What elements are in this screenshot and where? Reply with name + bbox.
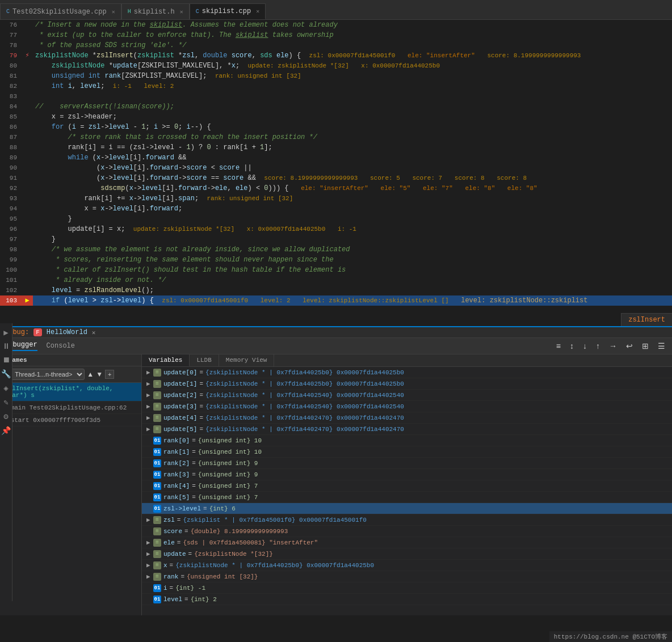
thread-up[interactable]: ▲	[87, 370, 94, 378]
frames-header: Frames	[0, 354, 141, 366]
btn-step-in[interactable]: ↓	[581, 340, 589, 352]
code-line-90: 90 (x->level[i].forward->score < score |…	[0, 163, 672, 173]
frame-name-zsslInsert: zslInsert(zskiplist*, double, char*) s	[5, 385, 137, 399]
var-row-rank5[interactable]: ▶ 01 rank[5] = {unsigned int} 7	[142, 492, 672, 503]
expand-update4[interactable]: ▶	[146, 414, 153, 421]
sidebar-icon-pin[interactable]: 📌	[1, 426, 11, 436]
code-line-83: 83	[0, 91, 672, 102]
var-row-i[interactable]: ▶ 01 i = {int} -1	[142, 582, 672, 594]
expand-update3[interactable]: ▶	[146, 403, 153, 410]
line-content-85: x = zsl->header;	[33, 112, 672, 122]
var-row-zsl[interactable]: ▶ ≡ zsl = {zskiplist * | 0x7fd1a45001f0}…	[142, 514, 672, 526]
expand-update2[interactable]: ▶	[146, 391, 153, 399]
sidebar-icon-edit[interactable]: ✎	[3, 398, 8, 407]
btn-step-out[interactable]: ↑	[594, 340, 602, 352]
debug-toolbar: Debugger Console ≡ ↕ ↓ ↑ → ↩ ⊞ ☰	[0, 338, 672, 354]
frame-name-start: ▣start 0x00007fff7005f3d5	[5, 416, 137, 424]
expand-x[interactable]: ▶	[146, 561, 153, 569]
code-line-84: 84 // serverAssert(!isnan(score));	[0, 102, 672, 112]
var-row-level[interactable]: ▶ 01 level = {int} 2	[142, 594, 672, 605]
expand-update1[interactable]: ▶	[146, 380, 153, 387]
sidebar-icon-pause[interactable]: ⏸	[2, 342, 10, 351]
var-row-rank1[interactable]: ▶ 01 rank[1] = {unsigned int} 10	[142, 446, 672, 458]
gutter-93	[22, 193, 33, 204]
tab-skiplistcpp[interactable]: C skiplist.cpp ✕	[190, 3, 266, 19]
tab-test02[interactable]: C Test02SkiplistUsage.cpp ✕	[0, 3, 121, 19]
add-frame-btn[interactable]: +	[105, 370, 114, 379]
expand-ele[interactable]: ▶	[146, 539, 153, 546]
frame-name-main: ▣main Test02SkiplistUsage.cpp:62	[5, 404, 137, 411]
frame-item-start[interactable]: ▣start 0x00007fff7005f3d5	[0, 414, 141, 426]
var-row-update2[interactable]: ▶ ≡ update[2] = {zskiplistNode * | 0x7fd…	[142, 390, 672, 401]
var-tab-variables[interactable]: Variables	[142, 354, 190, 366]
var-row-x[interactable]: ▶ ≡ x = {zskiplistNode * | 0x7fd1a44025b…	[142, 560, 672, 571]
btn-return[interactable]: ↩	[624, 340, 635, 352]
expand-rank1: ▶	[146, 448, 153, 455]
vareq-level: =	[184, 596, 188, 603]
frame-item-zsslInsert[interactable]: zslInsert(zskiplist*, double, char*) s	[0, 383, 141, 402]
btn-step-over[interactable]: ↕	[568, 340, 576, 352]
expand-zsl[interactable]: ▶	[146, 516, 153, 523]
gutter-84	[22, 102, 33, 112]
var-row-rank4[interactable]: ▶ 01 rank[4] = {unsigned int} 7	[142, 480, 672, 492]
line-num-89: 89	[0, 153, 22, 163]
var-row-rank[interactable]: ▶ ≡ rank = {unsigned int [32]}	[142, 571, 672, 582]
sidebar-icon-breakpoints[interactable]: ◈	[3, 383, 8, 393]
var-row-update3[interactable]: ▶ ≡ update[3] = {zskiplistNode * | 0x7fd…	[142, 401, 672, 412]
var-row-rank0[interactable]: ▶ 01 rank[0] = {unsigned int} 10	[142, 435, 672, 446]
btn-continue[interactable]: →	[607, 340, 619, 352]
var-row-update1[interactable]: ▶ ≡ update[1] = {zskiplistNode * | 0x7fd…	[142, 378, 672, 390]
gutter-101	[22, 275, 33, 285]
vareq-ele: =	[177, 539, 181, 546]
sidebar-icon-tool[interactable]: 🔧	[1, 369, 11, 379]
thread-down[interactable]: ▼	[96, 370, 103, 378]
var-row-rank2[interactable]: ▶ 01 rank[2] = {unsigned int} 9	[142, 458, 672, 469]
expand-update[interactable]: ▶	[146, 550, 153, 557]
expand-update5[interactable]: ▶	[146, 425, 153, 433]
expand-rank[interactable]: ▶	[146, 573, 153, 580]
var-tab-memview[interactable]: Memory View	[219, 354, 275, 366]
code-line-101: 101 * already inside or not. */	[0, 275, 672, 285]
btn-grid[interactable]: ⊞	[640, 340, 651, 352]
sidebar-icon-settings[interactable]: ⚙	[3, 412, 8, 421]
thread-select[interactable]: Thread-1...n-thread>	[10, 369, 85, 380]
btn-list2[interactable]: ☰	[656, 340, 667, 352]
gutter-88	[22, 142, 33, 153]
frame-item-main[interactable]: ▣main Test02SkiplistUsage.cpp:62	[0, 402, 141, 414]
var-row-ele[interactable]: ▶ ≡ ele = {sds | 0x7fd1a4500081} "insert…	[142, 537, 672, 548]
debug-close[interactable]: ✕	[92, 329, 96, 336]
varval-ele: {sds | 0x7fd1a4500081} "insertAfter"	[183, 539, 318, 546]
btn-list[interactable]: ≡	[554, 340, 563, 352]
var-row-rank3[interactable]: ▶ 01 rank[3] = {unsigned int} 9	[142, 469, 672, 480]
var-row-update5[interactable]: ▶ ≡ update[5] = {zskiplistNode * | 0x7fd…	[142, 424, 672, 435]
line-content-95: }	[33, 214, 672, 224]
line-num-84: 84	[0, 102, 22, 112]
vareq-update5: =	[199, 426, 203, 433]
icon-zsl: ≡	[153, 516, 161, 524]
debug-icon: F	[33, 328, 42, 336]
code-line-97: 97 }	[0, 234, 672, 244]
tab-close-test02[interactable]: ✕	[112, 9, 115, 15]
varname-rank0: rank[0]	[163, 437, 190, 444]
var-row-zsllevel[interactable]: ▶ 01 zsl->level = {int} 6	[142, 503, 672, 514]
code-line-88: 88 rank[i] = i == (zsl->level - 1) ? 0 :…	[0, 142, 672, 153]
icon-update: ≡	[153, 550, 161, 558]
icon-i: 01	[153, 584, 161, 592]
tab-close-skiplisth[interactable]: ✕	[180, 9, 183, 15]
varname-rank2: rank[2]	[163, 460, 190, 467]
line-content-102: level = zslRandomLevel();	[33, 285, 672, 295]
expand-update0[interactable]: ▶	[146, 369, 153, 376]
tab-console[interactable]: Console	[47, 342, 75, 350]
line-num-79: 79	[0, 50, 22, 61]
var-row-update0[interactable]: ▶ ≡ update[0] = {zskiplistNode * | 0x7fd…	[142, 367, 672, 378]
tab-skiplisth[interactable]: H skiplist.h ✕	[121, 3, 190, 19]
var-row-score[interactable]: ▶ ≡ score = {double} 8.199999999999993	[142, 526, 672, 537]
var-row-update4[interactable]: ▶ ≡ update[4] = {zskiplistNode * | 0x7fd…	[142, 412, 672, 424]
sidebar-icon-stop[interactable]: ⏹	[2, 356, 10, 365]
varname-rank3: rank[3]	[163, 471, 190, 478]
tab-icon-skiplistcpp: C	[196, 9, 199, 15]
var-tab-lldb[interactable]: LLDB	[190, 354, 219, 366]
tab-close-skiplistcpp[interactable]: ✕	[256, 8, 259, 15]
sidebar-icon-run[interactable]: ▶	[3, 328, 8, 337]
var-row-update[interactable]: ▶ ≡ update = {zskiplistNode *[32]}	[142, 548, 672, 560]
